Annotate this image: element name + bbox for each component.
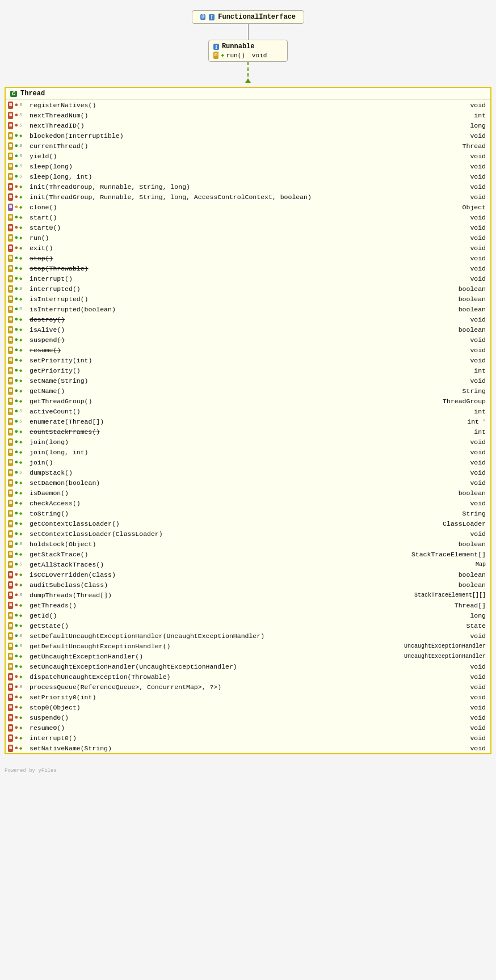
method-return: boolean — [440, 306, 486, 313]
method-return: void — [440, 449, 486, 456]
table-row[interactable]: m●s sleep(long, int) void — [6, 171, 490, 181]
table-row[interactable]: m●◆ setPriority(int) void — [6, 355, 490, 365]
access-icon: ● — [14, 224, 18, 231]
table-row[interactable]: m●s enumerate(Thread[]) int * — [6, 416, 490, 426]
table-row[interactable]: m●s nextThreadID() long — [6, 120, 490, 130]
table-row[interactable]: m●◆ auditSubclass(Class) boolean — [6, 580, 490, 590]
table-row[interactable]: m●◆ checkAccess() void — [6, 498, 490, 508]
table-row[interactable]: m●◆ isDaemon() boolean — [6, 488, 490, 498]
table-row[interactable]: m●◆ countStackFrames() int — [6, 426, 490, 437]
table-row[interactable]: m●s sleep(long) void — [6, 161, 490, 171]
access-icon: ● — [14, 592, 18, 598]
table-row[interactable]: m●s setDefaultUncaughtExceptionHandler(U… — [6, 631, 490, 641]
method-return: String — [440, 387, 486, 395]
table-row[interactable]: m●◆ init(ThreadGroup, Runnable, String, … — [6, 192, 490, 202]
method-name: getContextClassLoader() — [30, 520, 440, 527]
table-row[interactable]: m●◆ destroy() void — [6, 314, 490, 324]
static-icon: s — [19, 122, 22, 128]
table-row[interactable]: m●◆ stop0(Object) void — [6, 702, 490, 712]
access-icon: ● — [14, 673, 18, 680]
table-row[interactable]: m●s activeCount() int — [6, 406, 490, 416]
table-row[interactable]: m●◆ getThreadGroup() ThreadGroup — [6, 396, 490, 406]
table-row[interactable]: m●◆ suspend0() void — [6, 712, 490, 723]
table-row[interactable]: m●◆ isCCLOverridden(Class) boolean — [6, 569, 490, 580]
table-row[interactable]: m●s nextThreadNum() int — [6, 110, 490, 120]
method-type-icon: m — [8, 551, 13, 558]
method-type-icon: m — [8, 510, 13, 517]
table-row[interactable]: m●◆ setName(String) void — [6, 375, 490, 386]
method-list: m●s registerNatives() void m●s nextThrea… — [6, 100, 490, 753]
table-row[interactable]: m●◆ run() void — [6, 233, 490, 243]
table-row[interactable]: m●◆ setDaemon(boolean) void — [6, 478, 490, 488]
table-row[interactable]: m●◆ blockedOn(Interruptible) void — [6, 130, 490, 141]
table-row[interactable]: m●◆ isInterrupted() boolean — [6, 294, 490, 304]
functional-interface-node[interactable]: @ I FunctionalInterface — [192, 10, 304, 24]
table-row[interactable]: m●◆ isAlive() boolean — [6, 324, 490, 335]
table-row[interactable]: m●◆ getUncaughtExceptionHandler() Uncaug… — [6, 651, 490, 661]
table-row[interactable]: m●s getAllStackTraces() Map — [6, 559, 490, 569]
table-row[interactable]: m●◆ start() void — [6, 212, 490, 222]
runnable-node[interactable]: I Runnable m ◆ run() void — [208, 40, 288, 62]
table-row[interactable]: m●◆ init(ThreadGroup, Runnable, String, … — [6, 181, 490, 192]
table-row[interactable]: m●◆ join() void — [6, 457, 490, 467]
table-row[interactable]: m●◆ getContextClassLoader() ClassLoader — [6, 518, 490, 529]
table-row[interactable]: m●◆ getName() String — [6, 386, 490, 396]
method-return: void — [440, 153, 486, 160]
table-row[interactable]: m●s interrupted() boolean — [6, 284, 490, 294]
leaf-icon: ◆ — [19, 184, 22, 190]
table-row[interactable]: m●s dumpStack() void — [6, 467, 490, 478]
method-type-icon: m — [8, 285, 13, 293]
table-row[interactable]: m●◆ resume0() void — [6, 723, 490, 733]
table-row[interactable]: m●◆ stop(Throwable) void — [6, 263, 490, 273]
access-icon: ● — [14, 489, 18, 496]
table-row[interactable]: m●◆ resume() void — [6, 345, 490, 355]
access-icon: ● — [14, 367, 18, 374]
table-row[interactable]: m●◆ join(long) void — [6, 437, 490, 447]
table-row[interactable]: m●s registerNatives() void — [6, 100, 490, 110]
table-row[interactable]: m●◆ setUncaughtExceptionHandler(Uncaught… — [6, 661, 490, 671]
table-row[interactable]: m●◆ getStackTrace() StackTraceElement[] — [6, 549, 490, 559]
table-row[interactable]: m●◆ stop() void — [6, 253, 490, 263]
leaf-icon: ◆ — [19, 276, 22, 282]
method-return: void — [440, 316, 486, 323]
method-name: getState() — [30, 622, 440, 630]
table-row[interactable]: m●s yield() void — [6, 151, 490, 161]
table-row[interactable]: m●s processQueue(ReferenceQueue>, Concur… — [6, 682, 490, 692]
table-row[interactable]: m●◆ interrupt() void — [6, 273, 490, 284]
table-row[interactable]: m●◆ setContextClassLoader(ClassLoader) v… — [6, 529, 490, 539]
method-icons: m●◆ — [8, 316, 30, 323]
table-row[interactable]: m●◆ dispatchUncaughtException(Throwable)… — [6, 671, 490, 682]
access-icon: ● — [14, 336, 18, 343]
table-row[interactable]: m●◆ toString() String — [6, 508, 490, 518]
table-row[interactable]: m●n isInterrupted(boolean) boolean — [6, 304, 490, 314]
table-row[interactable]: m●s currentThread() Thread — [6, 141, 490, 151]
table-row[interactable]: m●s dumpThreads(Thread[]) StackTraceElem… — [6, 590, 490, 600]
table-row[interactable]: m●◆ setNativeName(String) void — [6, 743, 490, 753]
table-row[interactable]: m●◆ getId() long — [6, 610, 490, 620]
table-row[interactable]: m●◆ getPriority() int — [6, 365, 490, 375]
table-row[interactable]: m●◆ interrupt0() void — [6, 733, 490, 743]
table-row[interactable]: m●s holdsLock(Object) boolean — [6, 539, 490, 549]
table-row[interactable]: m●◆ exit() void — [6, 243, 490, 253]
method-return: void — [440, 632, 486, 640]
table-row[interactable]: m●◆ getState() State — [6, 620, 490, 631]
method-icons: m●◆ — [8, 214, 30, 221]
method-name: getId() — [30, 612, 440, 619]
method-name: stop(Throwable) — [30, 265, 440, 272]
access-icon: ● — [14, 183, 18, 190]
method-icons: m●◆ — [8, 357, 30, 364]
table-row[interactable]: m●s getDefaultUncaughtExceptionHandler()… — [6, 641, 490, 651]
table-row[interactable]: m●◆ getThreads() Thread[] — [6, 600, 490, 610]
method-type-icon: m — [8, 724, 13, 732]
method-return: void — [440, 530, 486, 538]
table-row[interactable]: m●◆ suspend() void — [6, 335, 490, 345]
access-icon: ● — [14, 326, 18, 333]
table-row[interactable]: m●◆ start0() void — [6, 222, 490, 233]
table-row[interactable]: m●◆ join(long, int) void — [6, 447, 490, 457]
method-return: boolean — [440, 326, 486, 333]
method-name: currentThread() — [30, 142, 440, 150]
table-row[interactable]: m●◆ setPriority0(int) void — [6, 692, 490, 702]
method-icons: m●s — [8, 540, 30, 548]
leaf-icon: ◆ — [19, 531, 22, 537]
table-row[interactable]: m●◆ clone() Object — [6, 202, 490, 212]
